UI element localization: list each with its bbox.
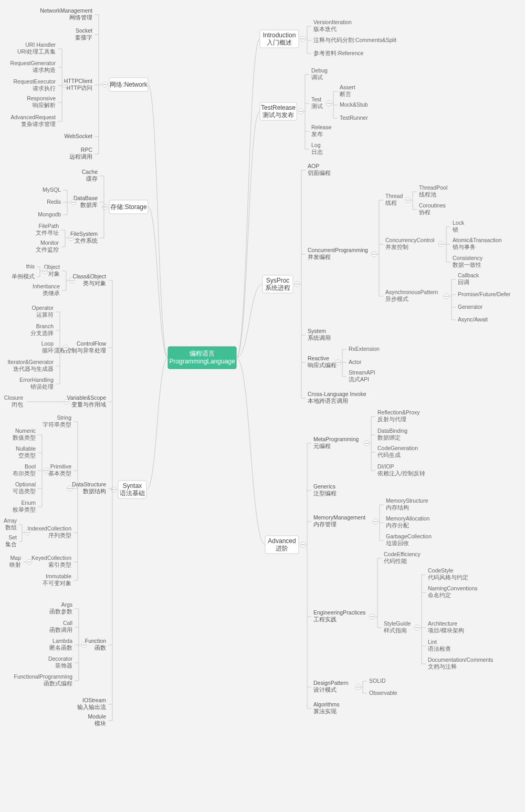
- svg-text:文件系统: 文件系统: [75, 237, 98, 244]
- svg-text:Closure: Closure: [4, 394, 23, 401]
- svg-text:Reflection&Proxy: Reflection&Proxy: [377, 409, 420, 415]
- svg-text:字符串类型: 字符串类型: [43, 421, 71, 428]
- svg-text:Numeric: Numeric: [15, 428, 36, 434]
- svg-text:线程: 线程: [385, 200, 397, 206]
- svg-text:函数参数: 函数参数: [49, 608, 72, 615]
- svg-text:布尔类型: 布尔类型: [13, 470, 36, 476]
- svg-text:工程实践: 工程实践: [313, 616, 337, 622]
- svg-text:MemoryManagement: MemoryManagement: [313, 514, 365, 520]
- svg-text:Coroutines: Coroutines: [419, 202, 446, 209]
- svg-text:文件寻址: 文件寻址: [36, 230, 59, 236]
- svg-text:对象: 对象: [48, 270, 60, 277]
- svg-text:DataBase: DataBase: [74, 195, 98, 201]
- svg-text:空类型: 空类型: [18, 452, 36, 459]
- svg-text:流式API: 流式API: [349, 376, 369, 382]
- svg-text:System: System: [308, 328, 326, 334]
- svg-text:数据结构: 数据结构: [83, 488, 106, 494]
- root-label: 编程语言: [190, 350, 215, 357]
- svg-text:模块: 模块: [94, 720, 106, 726]
- svg-text:MetaProgramming: MetaProgramming: [313, 436, 359, 442]
- svg-text:WebSocket: WebSocket: [65, 133, 93, 139]
- svg-text:数值类型: 数值类型: [13, 434, 36, 441]
- svg-text:Enum: Enum: [22, 499, 36, 506]
- mindmap-svg: 编程语言ProgrammingLanguage网络:NetworkNetwork…: [0, 0, 525, 812]
- svg-text:数据库: 数据库: [80, 202, 98, 208]
- svg-text:TestRunner: TestRunner: [340, 114, 368, 121]
- svg-text:HTTP访问: HTTP访问: [67, 85, 92, 91]
- svg-text:MemoryAllocation: MemoryAllocation: [386, 515, 430, 522]
- svg-text:GarbageCollection: GarbageCollection: [386, 533, 432, 539]
- svg-text:Callback: Callback: [458, 272, 479, 278]
- svg-text:Atomic&Transaction: Atomic&Transaction: [453, 237, 502, 243]
- svg-text:Map: Map: [10, 555, 22, 561]
- svg-text:DataStructure: DataStructure: [72, 481, 106, 487]
- svg-text:Operator: Operator: [32, 305, 54, 311]
- svg-text:单例模式: 单例模式: [12, 273, 35, 279]
- svg-text:TestRelease: TestRelease: [261, 104, 296, 111]
- svg-text:回调: 回调: [458, 279, 469, 285]
- svg-text:参考资料:Reference: 参考资料:Reference: [313, 50, 364, 56]
- svg-text:AsynchronousPattern: AsynchronousPattern: [385, 289, 438, 295]
- svg-text:Release: Release: [311, 124, 332, 130]
- svg-text:基本类型: 基本类型: [48, 470, 71, 476]
- svg-text:切面编程: 切面编程: [308, 170, 331, 176]
- svg-text:Actor: Actor: [349, 359, 362, 365]
- svg-text:运算符: 运算符: [36, 311, 54, 318]
- svg-text:Module: Module: [88, 713, 107, 720]
- svg-text:异步模式: 异步模式: [385, 296, 408, 302]
- svg-text:NamingConventions: NamingConventions: [428, 585, 478, 591]
- svg-text:HTTPClient: HTTPClient: [64, 78, 92, 84]
- svg-text:复杂请求管理: 复杂请求管理: [21, 121, 56, 127]
- svg-text:迭代器与生成器: 迭代器与生成器: [13, 366, 54, 372]
- svg-text:分支选择: 分支选择: [30, 330, 54, 336]
- svg-text:序列类型: 序列类型: [48, 532, 71, 538]
- svg-text:请求构造: 请求构造: [33, 67, 56, 73]
- svg-text:Loop: Loop: [41, 340, 54, 347]
- svg-text:Iterator&Generator: Iterator&Generator: [7, 359, 54, 365]
- svg-text:函数调用: 函数调用: [49, 627, 72, 633]
- svg-text:Generator: Generator: [458, 304, 483, 310]
- svg-text:Decorator: Decorator: [48, 655, 73, 662]
- svg-text:SysProc: SysProc: [266, 277, 290, 284]
- svg-text:Debug: Debug: [311, 67, 328, 74]
- svg-text:DesignPattern: DesignPattern: [313, 680, 349, 686]
- svg-text:Introduction: Introduction: [263, 32, 296, 39]
- svg-text:MemoryStructure: MemoryStructure: [386, 497, 428, 504]
- svg-text:闭包: 闭包: [12, 401, 23, 408]
- svg-text:文件监控: 文件监控: [36, 246, 59, 253]
- svg-text:内存分配: 内存分配: [386, 522, 409, 528]
- svg-text:函数式编程: 函数式编程: [44, 680, 72, 686]
- svg-text:Assert: Assert: [340, 84, 355, 90]
- svg-text:FunctionalProgramming: FunctionalProgramming: [14, 673, 73, 680]
- svg-text:可选类型: 可选类型: [13, 488, 36, 494]
- svg-text:RxExtension: RxExtension: [349, 346, 380, 352]
- svg-text:集合: 集合: [5, 541, 17, 547]
- svg-text:Async/Await: Async/Await: [458, 316, 488, 322]
- svg-text:入门概述: 入门概述: [267, 39, 292, 46]
- svg-text:依赖注入/控制反转: 依赖注入/控制反转: [377, 470, 425, 476]
- svg-text:StyleGuide: StyleGuide: [384, 620, 411, 627]
- svg-text:发布: 发布: [311, 131, 323, 137]
- svg-text:类继承: 类继承: [43, 290, 60, 296]
- svg-text:语法检查: 语法检查: [428, 646, 451, 652]
- svg-text:调试: 调试: [311, 74, 323, 80]
- svg-text:Nullable: Nullable: [16, 445, 36, 452]
- svg-text:Architecture: Architecture: [428, 620, 457, 627]
- svg-text:ConcurrentProgramming: ConcurrentProgramming: [308, 247, 368, 253]
- svg-text:Algorithms: Algorithms: [313, 701, 340, 707]
- svg-text:文档与注释: 文档与注释: [428, 663, 457, 670]
- svg-text:Lock: Lock: [453, 220, 465, 226]
- svg-text:索引类型: 索引类型: [48, 561, 71, 568]
- svg-text:网络:Network: 网络:Network: [110, 81, 148, 88]
- svg-text:ProgrammingLanguage: ProgrammingLanguage: [169, 358, 235, 365]
- svg-text:RequestExecutor: RequestExecutor: [13, 78, 56, 85]
- svg-text:Thread: Thread: [385, 193, 403, 199]
- svg-text:Promise/Future/Defer: Promise/Future/Defer: [458, 291, 511, 297]
- svg-text:URI处理工具集: URI处理工具集: [17, 48, 56, 55]
- svg-text:变量与作用域: 变量与作用域: [71, 401, 106, 408]
- svg-text:响应式编程: 响应式编程: [308, 362, 337, 368]
- svg-text:泛型编程: 泛型编程: [313, 490, 337, 496]
- svg-text:响应解析: 响应解析: [33, 102, 56, 108]
- svg-text:this: this: [26, 263, 35, 269]
- svg-text:系统进程: 系统进程: [265, 284, 290, 292]
